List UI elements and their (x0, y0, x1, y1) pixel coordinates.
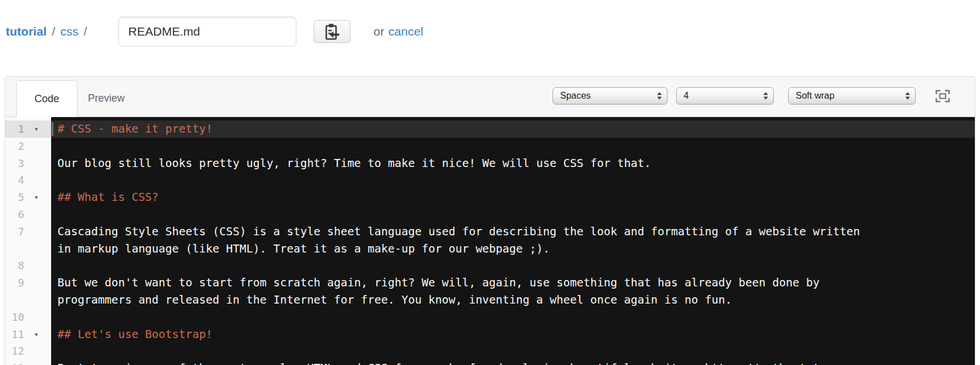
screen-full-icon (935, 90, 950, 103)
indent-size-select[interactable]: 4 (676, 87, 774, 104)
code-text[interactable] (51, 309, 869, 326)
indent-size-value: 4 (684, 91, 689, 101)
code-text[interactable]: # CSS - make it pretty! (51, 121, 869, 138)
code-line[interactable]: 6 (5, 206, 975, 223)
indent-mode-value: Spaces (560, 91, 591, 101)
line-number: 1 (18, 123, 24, 135)
line-number: 4 (18, 174, 24, 186)
code-line[interactable]: 8 (5, 257, 975, 274)
filename-input[interactable] (118, 17, 296, 46)
code-line[interactable]: 9 But we don't want to start from scratc… (5, 274, 975, 309)
gutter-cell: 12 (5, 343, 51, 360)
code-text[interactable] (51, 206, 869, 223)
code-text[interactable] (51, 138, 869, 155)
wrap-mode-select[interactable]: Soft wrap (788, 87, 916, 104)
tab-preview[interactable]: Preview (79, 80, 134, 117)
code-text[interactable] (51, 257, 869, 274)
tab-code[interactable]: Code (16, 80, 78, 117)
cancel-link[interactable]: cancel (388, 25, 423, 38)
code-text[interactable]: Our blog still looks pretty ugly, right?… (51, 155, 869, 172)
code-text[interactable]: Bootstrap is one of the most popular HTM… (51, 360, 869, 365)
line-number: 2 (18, 140, 24, 152)
code-text[interactable] (51, 343, 869, 360)
fullscreen-button[interactable] (933, 88, 952, 104)
gutter-cell: 10 (5, 309, 51, 326)
code-editor[interactable]: 1▾ # CSS - make it pretty! 2 3 Our blog … (5, 117, 975, 365)
code-content[interactable]: 1▾ # CSS - make it pretty! 2 3 Our blog … (5, 117, 975, 365)
gutter-cell: 7 (5, 223, 51, 258)
gutter-cell: 13 (5, 360, 51, 365)
code-line[interactable]: 7 Cascading Style Sheets (CSS) is a styl… (5, 223, 975, 258)
up-down-stepper-icon (763, 92, 768, 100)
editor-header: Code Preview Spaces 4 Soft wrap (5, 77, 975, 117)
code-line[interactable]: 4 (5, 172, 975, 189)
code-line[interactable]: 5▾ ## What is CSS? (5, 189, 975, 206)
up-down-stepper-icon (905, 92, 910, 100)
line-number: 9 (18, 277, 24, 289)
line-number: 7 (18, 226, 24, 238)
clipboard-paste-icon (325, 23, 339, 40)
code-line[interactable]: 2 (5, 138, 975, 155)
gutter-cell: 8 (5, 257, 51, 274)
gutter-cell: 4 (5, 172, 51, 189)
up-down-stepper-icon (657, 92, 662, 100)
gutter-cell: 5▾ (5, 189, 51, 206)
gutter-cell: 11▾ (5, 326, 51, 343)
line-number: 13 (11, 362, 24, 365)
line-number: 3 (18, 157, 24, 169)
line-number: 11 (11, 328, 24, 340)
file-editor-panel: Code Preview Spaces 4 Soft wrap (5, 76, 975, 365)
breadcrumb-folder-link[interactable]: css (60, 25, 79, 38)
indent-mode-select[interactable]: Spaces (553, 87, 668, 104)
code-line[interactable]: 1▾ # CSS - make it pretty! (5, 121, 975, 138)
line-number: 10 (11, 311, 24, 323)
code-line[interactable]: 10 (5, 309, 975, 326)
fold-chevron-down-icon[interactable]: ▾ (34, 121, 38, 138)
breadcrumb-separator: / (84, 25, 87, 38)
fold-chevron-down-icon[interactable]: ▾ (34, 326, 38, 343)
gutter-cell: 6 (5, 206, 51, 223)
code-line[interactable]: 12 (5, 343, 975, 360)
or-text: or (373, 25, 384, 38)
code-text[interactable]: ## Let's use Bootstrap! (51, 326, 869, 343)
gutter-cell: 9 (5, 274, 51, 309)
breadcrumb: tutorial / css / or cancel (6, 0, 423, 63)
text-cursor (52, 122, 53, 136)
line-number: 12 (11, 345, 24, 357)
code-text[interactable]: Cascading Style Sheets (CSS) is a style … (51, 223, 869, 258)
code-line[interactable]: 3 Our blog still looks pretty ugly, righ… (5, 155, 975, 172)
breadcrumb-separator: / (52, 25, 55, 38)
gutter-cell: 1▾ (5, 121, 51, 138)
code-line[interactable]: 13 Bootstrap is one of the most popular … (5, 360, 975, 365)
wrap-mode-value: Soft wrap (796, 91, 835, 101)
gutter-cell: 2 (5, 138, 51, 155)
copy-filename-button[interactable] (314, 20, 350, 43)
code-text[interactable] (51, 172, 869, 189)
line-number: 5 (18, 191, 24, 203)
fold-chevron-down-icon[interactable]: ▾ (34, 189, 38, 206)
line-number: 6 (18, 208, 24, 220)
code-line[interactable]: 11▾ ## Let's use Bootstrap! (5, 326, 975, 343)
code-text[interactable]: But we don't want to start from scratch … (51, 274, 869, 309)
line-number: 8 (18, 259, 24, 271)
code-text[interactable]: ## What is CSS? (51, 189, 869, 206)
gutter-cell: 3 (5, 155, 51, 172)
breadcrumb-repo-link[interactable]: tutorial (6, 25, 47, 38)
